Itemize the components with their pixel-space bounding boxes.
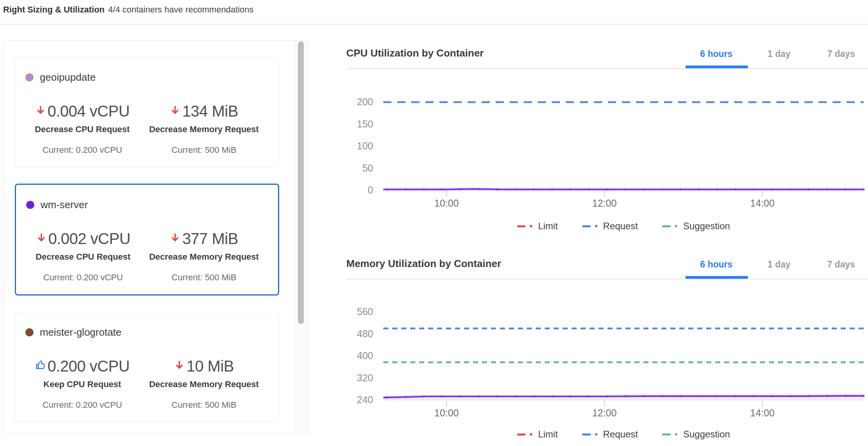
container-color-dot [26,201,34,209]
container-card-meister-glogrotate[interactable]: meister-glogrotate0.200 vCPUKeep CPU Req… [15,312,279,422]
memory-recommendation: 10 MiBDecrease Memory RequestCurrent: 50… [139,358,269,410]
tab-1-day[interactable]: 1 day [768,259,791,270]
legend-dash-mark [662,434,671,435]
recommended-value: 134 MiB [182,103,238,119]
legend-dot-mark [530,433,532,435]
container-recommendations-panel: geoipupdate0.004 vCPUDecrease CPU Reques… [3,40,308,434]
current-value-label: Current: 0.200 vCPU [25,145,139,155]
svg-text:14:00: 14:00 [750,198,775,209]
memory-chart-plot: 24032040048056010:0012:0014:00 [346,288,868,417]
recommendation-action-label: Keep CPU Request [25,379,139,389]
tab-6-hours[interactable]: 6 hours [700,48,732,59]
container-card-wm-server[interactable]: wm-server0.002 vCPUDecrease CPU RequestC… [15,184,279,296]
blue-thumbs-up-icon [35,359,46,370]
chart-header-divider [346,68,868,69]
page-title: Right Sizing & Utilization [3,5,105,15]
recommended-value: 0.002 vCPU [48,230,131,247]
svg-text:12:00: 12:00 [592,198,617,209]
recommendation-action-label: Decrease Memory Request [140,252,268,262]
svg-text:320: 320 [357,372,373,383]
recommended-value: 0.200 vCPU [48,358,130,374]
container-name: geoipupdate [40,71,96,83]
recommendation-columns: 0.004 vCPUDecrease CPU RequestCurrent: 0… [25,103,269,155]
legend-dash-mark [517,225,526,227]
legend-dash-mark [662,225,671,227]
tab-6-hours[interactable]: 6 hours [700,259,732,270]
memory-utilization-chart-section: Memory Utilization by Container 6 hours1… [346,250,868,446]
svg-text:560: 560 [357,306,373,317]
recommendation-action-label: Decrease Memory Request [139,124,269,135]
scrollbar-thumb[interactable] [298,41,304,324]
recommendation-value-row: 377 MiB [170,230,238,247]
recommendation-value-row: 0.004 vCPU [35,103,130,119]
svg-text:150: 150 [357,119,373,129]
red-down-arrow-icon [35,104,46,115]
container-card-geoipupdate[interactable]: geoipupdate0.004 vCPUDecrease CPU Reques… [15,57,279,167]
legend-dot-mark [675,433,677,435]
legend-dash-mark [582,434,591,435]
memory-chart-title: Memory Utilization by Container [346,257,501,270]
container-card-header: geoipupdate [25,71,269,83]
legend-label: Suggestion [683,429,730,440]
memory-chart-legend: LimitRequestSuggestion [383,429,864,440]
container-name: wm-server [41,199,88,211]
recommendation-value-row: 0.002 vCPU [36,230,131,247]
legend-dash-mark [517,434,526,435]
legend-label: Limit [538,221,558,232]
legend-label: Suggestion [683,221,730,232]
cpu-chart-legend: LimitRequestSuggestion [383,221,864,232]
svg-text:10:00: 10:00 [434,407,459,417]
recommended-value: 0.004 vCPU [48,103,130,119]
container-card-list: geoipupdate0.004 vCPUDecrease CPU Reques… [15,41,279,434]
current-value-label: Current: 0.200 vCPU [25,400,139,410]
recommended-value: 10 MiB [186,358,234,374]
legend-item-limit: Limit [517,429,558,440]
page-subtitle: 4/4 containers have recommendations [108,5,253,15]
legend-item-suggestion: Suggestion [662,429,730,440]
legend-label: Limit [538,429,558,440]
scrollbar-track[interactable] [295,41,307,434]
recommendation-value-row: 0.200 vCPU [35,358,130,374]
svg-text:10:00: 10:00 [434,198,459,209]
tab-7-days[interactable]: 7 days [827,259,855,270]
memory-recommendation: 377 MiBDecrease Memory RequestCurrent: 5… [140,230,268,283]
svg-text:12:00: 12:00 [592,407,617,417]
container-color-dot [25,73,34,81]
current-value-label: Current: 500 MiB [140,273,268,283]
cpu-chart-plot: 05010015020010:0012:0014:00 [346,90,868,211]
recommendation-columns: 0.200 vCPUKeep CPU RequestCurrent: 0.200… [25,358,269,410]
cpu-chart-title: CPU Utilization by Container [346,47,484,59]
legend-dot-mark [595,433,597,435]
memory-recommendation: 134 MiBDecrease Memory RequestCurrent: 5… [139,103,269,155]
svg-text:0: 0 [368,184,373,195]
recommendation-action-label: Decrease CPU Request [25,124,139,135]
red-down-arrow-icon [174,359,185,370]
svg-text:50: 50 [362,163,373,173]
legend-label: Request [603,221,638,232]
legend-item-request: Request [582,429,638,440]
container-card-header: wm-server [26,199,268,211]
red-down-arrow-icon [36,232,47,243]
svg-text:14:00: 14:00 [750,407,775,417]
container-card-header: meister-glogrotate [25,326,269,338]
container-color-dot [25,328,34,336]
legend-dot-mark [595,225,597,227]
legend-item-suggestion: Suggestion [662,221,730,232]
tab-1-day[interactable]: 1 day [768,48,791,59]
right-sizing-page: Right Sizing & Utilization 4/4 container… [0,0,868,446]
svg-text:100: 100 [357,140,373,151]
cpu-recommendation: 0.002 vCPUDecrease CPU RequestCurrent: 0… [26,230,140,283]
recommendation-value-row: 134 MiB [170,103,238,119]
recommendation-action-label: Decrease CPU Request [26,252,140,262]
active-tab-underline [686,276,748,279]
cpu-recommendation: 0.004 vCPUDecrease CPU RequestCurrent: 0… [25,103,139,155]
cpu-utilization-chart-section: CPU Utilization by Container 6 hours1 da… [346,39,868,242]
svg-text:200: 200 [357,96,373,107]
tab-7-days[interactable]: 7 days [827,48,855,59]
legend-item-limit: Limit [517,221,558,232]
page-header: Right Sizing & Utilization 4/4 container… [3,5,253,15]
recommendation-action-label: Decrease Memory Request [139,379,269,389]
legend-dash-mark [582,225,591,227]
legend-dot-mark [530,225,532,227]
current-value-label: Current: 500 MiB [139,145,269,155]
